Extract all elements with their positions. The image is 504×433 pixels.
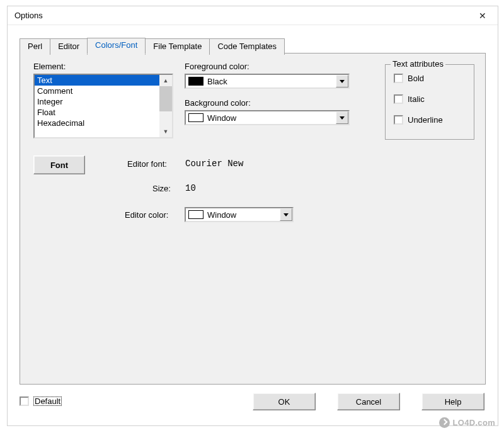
chevron-down-icon[interactable]	[336, 111, 348, 124]
list-item[interactable]: Comment	[35, 86, 159, 96]
dialog-buttons-row: Default OK Cancel Help	[20, 393, 486, 413]
default-checkbox[interactable]: Default	[20, 396, 62, 406]
window-title: Options	[14, 11, 43, 20]
checkbox-icon	[394, 115, 403, 125]
bg-label: Background color:	[185, 98, 251, 108]
size-label: Size:	[152, 184, 171, 193]
tab-panel: Element: Text Comment Integer Float Hexa…	[20, 53, 486, 385]
text-attributes-group: Text attributes Bold Italic Underline	[385, 64, 474, 140]
titlebar: Options ✕	[8, 6, 498, 25]
tab-file-template[interactable]: File Template	[145, 38, 210, 55]
font-button[interactable]: Font	[33, 155, 85, 174]
bg-color-value: Window	[207, 113, 336, 123]
editor-color-value: Window	[207, 210, 280, 220]
fg-color-combo[interactable]: Black	[185, 74, 350, 89]
fg-color-value: Black	[207, 77, 336, 86]
tab-colors-font[interactable]: Colors/Font	[87, 38, 146, 54]
size-value: 10	[185, 183, 196, 193]
scroll-down-icon[interactable]: ▼	[159, 126, 172, 137]
tab-perl[interactable]: Perl	[20, 38, 50, 55]
chevron-down-icon[interactable]	[336, 75, 348, 87]
italic-checkbox[interactable]: Italic	[394, 94, 425, 104]
tab-code-templates[interactable]: Code Templates	[209, 38, 285, 55]
checkbox-icon	[394, 74, 403, 83]
text-attributes-legend: Text attributes	[391, 59, 445, 69]
element-listbox[interactable]: Text Comment Integer Float Hexadecimal ▲…	[33, 74, 173, 138]
editor-font-label: Editor font:	[127, 159, 167, 169]
tab-strip: Perl Editor Colors/Font File Template Co…	[20, 38, 284, 54]
list-item[interactable]: Hexadecimal	[35, 118, 159, 128]
underline-checkbox[interactable]: Underline	[394, 115, 443, 125]
list-item[interactable]: Text	[35, 75, 159, 86]
scroll-up-icon[interactable]: ▲	[159, 75, 172, 86]
fg-swatch	[188, 77, 203, 86]
list-item[interactable]: Float	[35, 107, 159, 118]
element-label: Element:	[33, 62, 66, 71]
editor-color-swatch	[188, 210, 203, 219]
close-icon[interactable]: ✕	[474, 8, 491, 23]
bg-swatch	[188, 113, 203, 122]
options-dialog: Options ✕ Perl Editor Colors/Font File T…	[7, 6, 498, 426]
list-item[interactable]: Integer	[35, 96, 159, 107]
ok-button[interactable]: OK	[253, 393, 316, 410]
editor-font-value: Courier New	[185, 159, 243, 169]
tab-editor[interactable]: Editor	[50, 38, 88, 55]
fg-label: Foreground color:	[185, 62, 249, 71]
editor-color-combo[interactable]: Window	[185, 207, 294, 222]
checkbox-icon	[394, 94, 403, 104]
checkbox-icon	[20, 396, 29, 406]
chevron-down-icon[interactable]	[280, 208, 292, 221]
default-label: Default	[33, 396, 62, 406]
help-button[interactable]: Help	[421, 393, 484, 410]
cancel-button[interactable]: Cancel	[337, 393, 400, 410]
scrollbar[interactable]: ▲ ▼	[159, 75, 172, 137]
editor-color-label: Editor color:	[125, 210, 168, 220]
bg-color-combo[interactable]: Window	[185, 110, 350, 125]
bold-checkbox[interactable]: Bold	[394, 74, 424, 83]
scroll-thumb[interactable]	[159, 86, 172, 111]
